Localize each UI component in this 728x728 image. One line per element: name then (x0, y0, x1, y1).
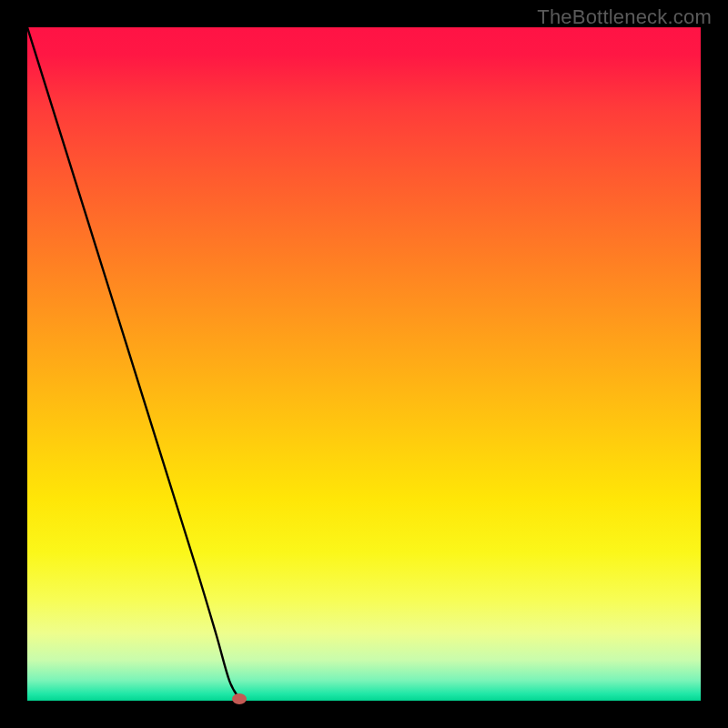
bottleneck-curve (27, 27, 701, 701)
plot-area (27, 27, 701, 701)
watermark-text: TheBottleneck.com (537, 5, 712, 29)
chart-frame: TheBottleneck.com (0, 0, 728, 728)
optimal-point-marker (232, 693, 247, 704)
